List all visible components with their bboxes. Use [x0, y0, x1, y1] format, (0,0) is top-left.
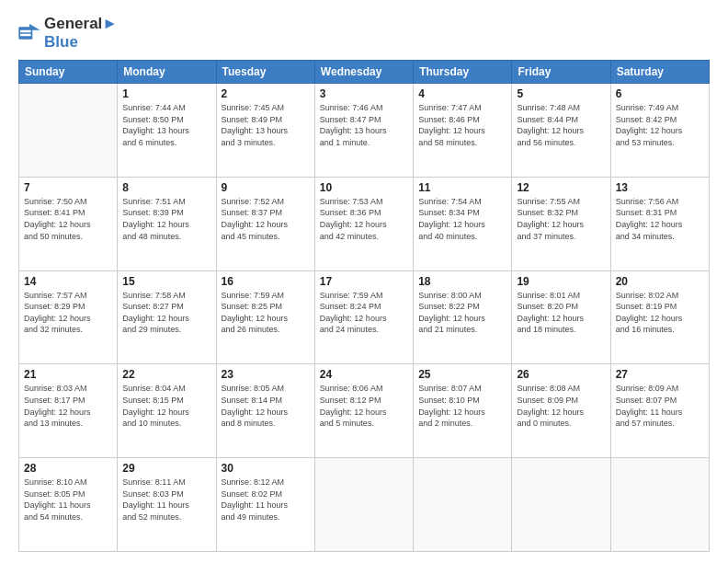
day-info: Sunrise: 7:53 AM Sunset: 8:36 PM Dayligh… — [320, 196, 408, 242]
day-number: 8 — [122, 181, 210, 194]
calendar-table: SundayMondayTuesdayWednesdayThursdayFrid… — [18, 60, 710, 552]
day-number: 20 — [616, 275, 704, 288]
day-number: 21 — [24, 368, 112, 381]
calendar-cell: 4Sunrise: 7:47 AM Sunset: 8:46 PM Daylig… — [414, 84, 512, 178]
calendar-cell: 30Sunrise: 8:12 AM Sunset: 8:02 PM Dayli… — [216, 458, 314, 552]
calendar-cell: 2Sunrise: 7:45 AM Sunset: 8:49 PM Daylig… — [216, 84, 314, 178]
day-number: 7 — [24, 181, 112, 194]
calendar-cell: 19Sunrise: 8:01 AM Sunset: 8:20 PM Dayli… — [512, 270, 610, 364]
day-number: 17 — [320, 275, 408, 288]
calendar-cell: 15Sunrise: 7:58 AM Sunset: 8:27 PM Dayli… — [118, 270, 216, 364]
day-info: Sunrise: 7:58 AM Sunset: 8:27 PM Dayligh… — [122, 290, 210, 336]
col-header-friday: Friday — [512, 61, 610, 84]
day-number: 6 — [616, 87, 704, 100]
day-number: 3 — [320, 87, 408, 100]
calendar-cell: 11Sunrise: 7:54 AM Sunset: 8:34 PM Dayli… — [414, 177, 512, 270]
calendar-cell — [414, 458, 512, 552]
calendar-cell: 27Sunrise: 8:09 AM Sunset: 8:07 PM Dayli… — [610, 364, 709, 458]
calendar-cell: 20Sunrise: 8:02 AM Sunset: 8:19 PM Dayli… — [610, 270, 709, 364]
calendar-cell: 23Sunrise: 8:05 AM Sunset: 8:14 PM Dayli… — [216, 364, 314, 458]
calendar-cell: 13Sunrise: 7:56 AM Sunset: 8:31 PM Dayli… — [610, 177, 709, 270]
page: General► Blue SundayMondayTuesdayWednesd… — [0, 0, 728, 563]
header-row: SundayMondayTuesdayWednesdayThursdayFrid… — [19, 61, 710, 84]
day-number: 13 — [616, 181, 704, 194]
day-info: Sunrise: 8:06 AM Sunset: 8:12 PM Dayligh… — [320, 383, 408, 429]
calendar-cell: 12Sunrise: 7:55 AM Sunset: 8:32 PM Dayli… — [512, 177, 610, 270]
day-number: 27 — [616, 368, 704, 381]
calendar-cell: 26Sunrise: 8:08 AM Sunset: 8:09 PM Dayli… — [512, 364, 610, 458]
day-info: Sunrise: 8:09 AM Sunset: 8:07 PM Dayligh… — [616, 383, 704, 429]
logo: General► Blue — [18, 15, 118, 51]
day-number: 10 — [320, 181, 408, 194]
day-info: Sunrise: 8:07 AM Sunset: 8:10 PM Dayligh… — [418, 383, 506, 429]
day-info: Sunrise: 7:51 AM Sunset: 8:39 PM Dayligh… — [122, 196, 210, 242]
week-row-2: 14Sunrise: 7:57 AM Sunset: 8:29 PM Dayli… — [19, 270, 710, 364]
day-info: Sunrise: 7:48 AM Sunset: 8:44 PM Dayligh… — [517, 102, 605, 148]
calendar-cell: 9Sunrise: 7:52 AM Sunset: 8:37 PM Daylig… — [216, 177, 314, 270]
calendar-cell: 25Sunrise: 8:07 AM Sunset: 8:10 PM Dayli… — [414, 364, 512, 458]
calendar-cell: 24Sunrise: 8:06 AM Sunset: 8:12 PM Dayli… — [314, 364, 413, 458]
col-header-saturday: Saturday — [610, 61, 709, 84]
day-info: Sunrise: 7:49 AM Sunset: 8:42 PM Dayligh… — [616, 102, 704, 148]
day-info: Sunrise: 7:46 AM Sunset: 8:47 PM Dayligh… — [320, 102, 408, 148]
logo-text: General► Blue — [44, 15, 118, 51]
calendar-cell: 21Sunrise: 8:03 AM Sunset: 8:17 PM Dayli… — [19, 364, 118, 458]
calendar-cell: 14Sunrise: 7:57 AM Sunset: 8:29 PM Dayli… — [19, 270, 118, 364]
day-info: Sunrise: 8:11 AM Sunset: 8:03 PM Dayligh… — [122, 477, 210, 523]
calendar-cell: 7Sunrise: 7:50 AM Sunset: 8:41 PM Daylig… — [19, 177, 118, 270]
calendar-cell: 5Sunrise: 7:48 AM Sunset: 8:44 PM Daylig… — [512, 84, 610, 178]
calendar-cell — [19, 84, 118, 178]
day-info: Sunrise: 7:56 AM Sunset: 8:31 PM Dayligh… — [616, 196, 704, 242]
day-info: Sunrise: 8:04 AM Sunset: 8:15 PM Dayligh… — [122, 383, 210, 429]
day-info: Sunrise: 8:02 AM Sunset: 8:19 PM Dayligh… — [616, 290, 704, 336]
day-number: 29 — [122, 462, 210, 475]
svg-rect-3 — [20, 33, 31, 36]
day-number: 2 — [222, 87, 310, 100]
week-row-0: 1Sunrise: 7:44 AM Sunset: 8:50 PM Daylig… — [19, 84, 710, 178]
day-number: 24 — [320, 368, 408, 381]
svg-rect-2 — [20, 29, 31, 32]
calendar-cell: 29Sunrise: 8:11 AM Sunset: 8:03 PM Dayli… — [118, 458, 216, 552]
day-number: 25 — [418, 368, 506, 381]
calendar-cell: 16Sunrise: 7:59 AM Sunset: 8:25 PM Dayli… — [216, 270, 314, 364]
day-number: 18 — [418, 275, 506, 288]
calendar-cell — [610, 458, 709, 552]
day-info: Sunrise: 8:03 AM Sunset: 8:17 PM Dayligh… — [24, 383, 112, 429]
calendar-cell — [512, 458, 610, 552]
day-info: Sunrise: 7:57 AM Sunset: 8:29 PM Dayligh… — [24, 290, 112, 336]
day-info: Sunrise: 8:08 AM Sunset: 8:09 PM Dayligh… — [517, 383, 605, 429]
week-row-1: 7Sunrise: 7:50 AM Sunset: 8:41 PM Daylig… — [19, 177, 710, 270]
calendar-cell: 22Sunrise: 8:04 AM Sunset: 8:15 PM Dayli… — [118, 364, 216, 458]
col-header-thursday: Thursday — [414, 61, 512, 84]
calendar-cell: 1Sunrise: 7:44 AM Sunset: 8:50 PM Daylig… — [118, 84, 216, 178]
day-number: 12 — [517, 181, 605, 194]
day-number: 1 — [122, 87, 210, 100]
calendar-cell — [314, 458, 413, 552]
svg-marker-1 — [29, 24, 40, 30]
logo-icon — [18, 24, 40, 42]
day-info: Sunrise: 7:54 AM Sunset: 8:34 PM Dayligh… — [418, 196, 506, 242]
day-number: 11 — [418, 181, 506, 194]
day-number: 26 — [517, 368, 605, 381]
day-number: 19 — [517, 275, 605, 288]
day-number: 28 — [24, 462, 112, 475]
day-number: 4 — [418, 87, 506, 100]
col-header-sunday: Sunday — [19, 61, 118, 84]
day-number: 23 — [222, 368, 310, 381]
calendar-cell: 6Sunrise: 7:49 AM Sunset: 8:42 PM Daylig… — [610, 84, 709, 178]
day-info: Sunrise: 7:50 AM Sunset: 8:41 PM Dayligh… — [24, 196, 112, 242]
day-number: 14 — [24, 275, 112, 288]
day-number: 9 — [222, 181, 310, 194]
day-info: Sunrise: 7:59 AM Sunset: 8:25 PM Dayligh… — [222, 290, 310, 336]
day-info: Sunrise: 8:01 AM Sunset: 8:20 PM Dayligh… — [517, 290, 605, 336]
day-info: Sunrise: 7:55 AM Sunset: 8:32 PM Dayligh… — [517, 196, 605, 242]
week-row-4: 28Sunrise: 8:10 AM Sunset: 8:05 PM Dayli… — [19, 458, 710, 552]
calendar-cell: 18Sunrise: 8:00 AM Sunset: 8:22 PM Dayli… — [414, 270, 512, 364]
col-header-monday: Monday — [118, 61, 216, 84]
day-info: Sunrise: 8:05 AM Sunset: 8:14 PM Dayligh… — [222, 383, 310, 429]
calendar-cell: 8Sunrise: 7:51 AM Sunset: 8:39 PM Daylig… — [118, 177, 216, 270]
day-info: Sunrise: 7:52 AM Sunset: 8:37 PM Dayligh… — [222, 196, 310, 242]
day-info: Sunrise: 7:59 AM Sunset: 8:24 PM Dayligh… — [320, 290, 408, 336]
col-header-wednesday: Wednesday — [314, 61, 413, 84]
calendar-cell: 28Sunrise: 8:10 AM Sunset: 8:05 PM Dayli… — [19, 458, 118, 552]
